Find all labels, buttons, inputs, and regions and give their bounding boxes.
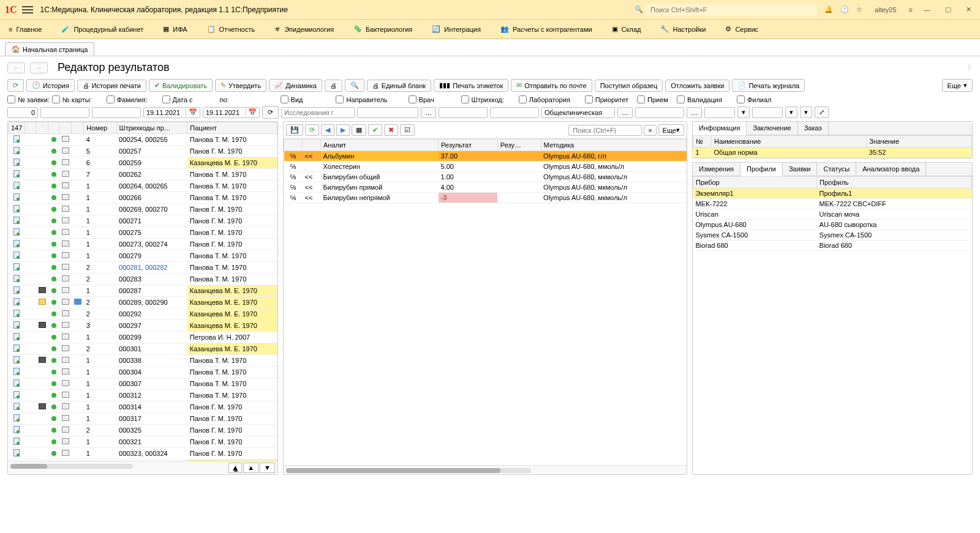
table-row[interactable]: 1 000312 Панова Т. М. 1970 <box>9 390 277 401</box>
req-no-check[interactable] <box>7 95 15 103</box>
close-icon[interactable]: ✕ <box>962 6 975 13</box>
tab-home[interactable]: 🏠 Начальная страница <box>5 42 94 56</box>
col-patient[interactable]: Пациент <box>187 122 277 134</box>
calendar-icon[interactable]: 📅 <box>186 108 200 116</box>
hamburger-icon[interactable] <box>22 6 33 13</box>
table-row[interactable]: ℅ Холестерин 5.00 Olympus AU-680, ммоль/… <box>284 162 687 172</box>
more-button[interactable]: Еще ▾ <box>942 79 973 92</box>
bell-icon[interactable]: 🔔 <box>824 6 833 13</box>
maximize-icon[interactable]: ▢ <box>941 6 955 13</box>
referrer-check[interactable] <box>336 95 344 103</box>
mainmenu-procedure[interactable]: 🧪Процедурный кабинет <box>58 23 147 35</box>
date-from-check[interactable] <box>162 95 170 103</box>
branch-pick[interactable]: ▾ <box>800 106 812 118</box>
delete-icon[interactable]: ✖ <box>384 124 398 136</box>
tab-statuses[interactable]: Статусы <box>817 163 856 176</box>
intake-field[interactable] <box>704 107 735 118</box>
table-row[interactable]: 2 000289, 000290 Казанцева М. Е. 1970 <box>9 297 277 308</box>
tab-profiles[interactable]: Профили <box>741 163 783 176</box>
preview-button[interactable]: 🔍 <box>345 79 364 92</box>
table-row[interactable]: 1 000269, 000270 Панов Г. М. 1970 <box>9 204 277 215</box>
nav-back[interactable]: ← <box>7 62 25 73</box>
sample-received-button[interactable]: Поступил образец <box>595 80 663 92</box>
table-row[interactable]: ℅ << Альбумин 37.00 Olympus AU-680, г/л <box>284 151 687 162</box>
validation-pick[interactable]: ▾ <box>785 106 797 118</box>
col-barcodes[interactable]: Штрихкоды пр… <box>116 122 187 134</box>
table-row[interactable]: 2 000283 Панова Т. М. 1970 <box>9 274 277 285</box>
table-row[interactable]: 2 000281, 000282 Панова Т. М. 1970 <box>9 262 277 274</box>
profiles-grid[interactable]: Прибор Профиль Экземпляр1Профиль1MEK-722… <box>693 176 972 474</box>
lab-field[interactable] <box>541 107 615 118</box>
print-history-button[interactable]: 🖨История печати <box>77 80 146 92</box>
single-blank-button[interactable]: 🖨Единый бланк <box>367 80 431 92</box>
table-row[interactable]: ℅ << Билирубин непрямой -3 Olympus AU-68… <box>284 193 687 203</box>
mainmenu-stock[interactable]: ▣Склад <box>608 23 645 35</box>
referrer-pick[interactable]: … <box>421 107 436 118</box>
table-row[interactable]: 5 000257 Панов Г. М. 1970 <box>9 146 277 157</box>
table-row[interactable]: 1 000314 Панов Г. М. 1970 <box>9 401 277 413</box>
tab-info[interactable]: Информация <box>693 122 747 135</box>
requests-grid[interactable]: 147 Номер Штрихкоды пр… Пациент 4 000254… <box>8 122 277 461</box>
barcode-check[interactable] <box>461 95 469 103</box>
mainmenu-service[interactable]: ⚙Сервис <box>722 23 762 35</box>
table-row[interactable]: 6 000259 Казанцева М. Е. 1970 <box>9 157 277 169</box>
refresh-button[interactable]: ⟳ <box>7 79 24 92</box>
table-row[interactable]: ℅ << Билирубин общий 1.00 Olympus AU-680… <box>284 172 687 182</box>
user-menu-icon[interactable]: ≡ <box>909 6 913 13</box>
tab-requests[interactable]: Заявки <box>783 163 818 176</box>
table-row[interactable]: 1 000264, 000265 Панова Т. М. 1970 <box>9 181 277 192</box>
star-icon[interactable]: ☆ <box>856 6 862 13</box>
table-row[interactable]: 1 000279 Панова Т. М. 1970 <box>9 250 277 262</box>
counter-field[interactable] <box>7 107 38 118</box>
table-row[interactable]: 1 000275 Панов Г. М. 1970 <box>9 227 277 239</box>
send-mail-button[interactable]: ✉Отправить по почте <box>511 79 592 92</box>
task-icon[interactable]: ☑ <box>400 124 415 136</box>
dynamics-button[interactable]: 📈Динамика <box>269 79 322 92</box>
calendar-icon[interactable]: 📅 <box>245 108 259 116</box>
user-name[interactable]: altey25 <box>870 6 901 13</box>
history-icon[interactable]: 🕐 <box>840 6 849 13</box>
col-analyte[interactable]: Аналит <box>321 140 439 151</box>
table-row[interactable]: 1 000338 Панова Т. М. 1970 <box>9 355 277 367</box>
table-row[interactable]: 1 000287 Казанцева М. Е. 1970 <box>9 285 277 297</box>
table-row[interactable]: 7 000262 Панова Т. М. 1970 <box>9 169 277 181</box>
date-to-field[interactable]: 📅 <box>203 107 260 118</box>
lab-check[interactable] <box>519 95 527 103</box>
mainmenu-main[interactable]: ≡Главное <box>5 23 45 35</box>
date-from-field[interactable]: 📅 <box>143 107 200 118</box>
validation-check[interactable] <box>677 95 685 103</box>
table-row[interactable]: 2 000292 Казанцева М. Е. 1970 <box>9 308 277 320</box>
intake-pick[interactable]: ▾ <box>737 106 750 118</box>
tab-order[interactable]: Заказ <box>798 122 829 135</box>
doctor-field[interactable] <box>439 107 488 118</box>
refresh-icon[interactable]: ⟳ <box>305 124 319 136</box>
referrer-field[interactable] <box>357 107 418 118</box>
doctor-check[interactable] <box>409 95 417 103</box>
global-search[interactable] <box>646 4 817 16</box>
table-row[interactable]: 1 000323, 000324 Панов Г. М. 1970 <box>9 448 277 460</box>
mainmenu-reports[interactable]: 📋Отчетность <box>203 23 259 35</box>
validation-field[interactable] <box>752 107 783 118</box>
table-row[interactable]: 1 000304 Панова Т. М. 1970 <box>9 367 277 378</box>
col-num[interactable]: Номер <box>84 122 116 134</box>
nav-down[interactable]: ▼ <box>260 463 275 473</box>
priority-pick[interactable]: … <box>687 107 702 118</box>
surname-field[interactable] <box>92 107 141 118</box>
analytes-grid[interactable]: Аналит Результат Резу… Методика ℅ << Аль… <box>284 139 687 465</box>
date-refresh[interactable]: ⟳ <box>262 106 279 119</box>
table-row[interactable]: 1 000317 Панов Г. М. 1970 <box>9 413 277 425</box>
next-icon[interactable]: ▶ <box>336 124 350 136</box>
table-row[interactable]: 1 000321 Панов Г. М. 1970 <box>9 436 277 448</box>
card-no-check[interactable] <box>52 95 60 103</box>
print-journal-button[interactable]: 📄Печать журнала <box>732 79 805 92</box>
mainmenu-bacteriology[interactable]: 🦠Бактериология <box>350 23 416 35</box>
validate-button[interactable]: ✔Валидировать <box>149 79 213 92</box>
print-button[interactable]: 🖨 <box>325 80 342 92</box>
nav-first[interactable]: ▲̲ <box>228 463 242 473</box>
card-field[interactable] <box>40 107 89 118</box>
tab-conclusion[interactable]: Заключение <box>747 122 797 135</box>
intake-check[interactable] <box>637 95 645 103</box>
nav-forward[interactable]: → <box>30 62 48 73</box>
nav-up[interactable]: ▲ <box>243 463 258 473</box>
table-row[interactable]: Olympus AU-680AU-680 сыворотка <box>693 220 972 230</box>
